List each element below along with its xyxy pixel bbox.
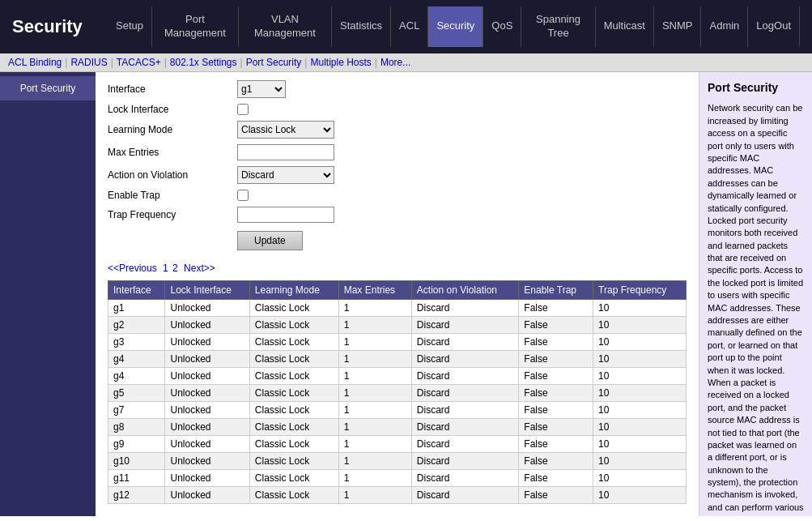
table-cell-5: False [519, 350, 593, 367]
sub-nav-sep: | [304, 57, 307, 68]
table-body: g1UnlockedClassic Lock1DiscardFalse10g2U… [108, 299, 687, 503]
table-cell-0: g12 [108, 486, 165, 503]
table-cell-2: Classic Lock [249, 486, 338, 503]
table-cell-3: 1 [338, 452, 411, 469]
table-cell-4: Discard [411, 367, 518, 384]
enable-trap-label: Enable Trap [108, 190, 237, 201]
table-cell-5: False [519, 486, 593, 503]
main-content: Interface g1 Lock Interface Learning Mod… [96, 72, 699, 516]
nav-item-multicast[interactable]: Multicast [596, 6, 654, 47]
table-cell-6: 10 [593, 367, 687, 384]
table-cell-5: False [519, 384, 593, 401]
table-cell-0: g9 [108, 435, 165, 452]
max-entries-input[interactable]: 1 [237, 144, 334, 160]
action-label: Action on Violation [108, 169, 237, 181]
table-cell-1: Unlocked [165, 469, 249, 486]
table-row: g11UnlockedClassic Lock1DiscardFalse10 [108, 469, 687, 486]
lock-interface-label: Lock Interface [108, 104, 237, 115]
table-row: g8UnlockedClassic Lock1DiscardFalse10 [108, 418, 687, 435]
table-cell-0: g4 [108, 350, 165, 367]
table-cell-4: Discard [411, 418, 518, 435]
nav-item-port-management[interactable]: Port Management [152, 6, 239, 47]
sub-nav-item-4[interactable]: Port Security [246, 57, 302, 68]
learning-mode-select[interactable]: Classic Lock [237, 121, 334, 139]
sub-nav-sep: | [375, 57, 377, 68]
table-cell-5: False [519, 333, 593, 350]
nav-item-snmp[interactable]: SNMP [654, 6, 702, 47]
sidebar: Port Security [0, 72, 96, 516]
table-cell-6: 10 [593, 452, 687, 469]
port-security-table: InterfaceLock InterfaceLearning ModeMax … [108, 280, 687, 504]
nav-item-spanning-tree[interactable]: Spanning Tree [521, 6, 595, 47]
sub-nav-item-1[interactable]: RADIUS [70, 57, 107, 68]
prev-page-link[interactable]: <<Previous [108, 263, 157, 274]
table-cell-2: Classic Lock [249, 469, 338, 486]
enable-trap-checkbox[interactable] [237, 190, 249, 201]
nav-item-setup[interactable]: Setup [108, 6, 152, 47]
table-cell-2: Classic Lock [249, 401, 338, 418]
trap-freq-input[interactable]: 10 [237, 207, 334, 223]
table-row: g5UnlockedClassic Lock1DiscardFalse10 [108, 384, 687, 401]
table-cell-2: Classic Lock [249, 418, 338, 435]
nav-item-logout[interactable]: LogOut [748, 6, 800, 47]
table-cell-1: Unlocked [165, 316, 249, 333]
table-cell-1: Unlocked [165, 299, 249, 316]
table-cell-1: Unlocked [165, 367, 249, 384]
table-cell-6: 10 [593, 401, 687, 418]
interface-select[interactable]: g1 [237, 80, 286, 98]
table-cell-2: Classic Lock [249, 333, 338, 350]
action-select[interactable]: Discard [237, 166, 334, 184]
form-row-learning: Learning Mode Classic Lock [108, 121, 687, 139]
nav-item-security[interactable]: Security [428, 6, 483, 47]
sidebar-item-port-security[interactable]: Port Security [0, 76, 96, 100]
sub-nav-sep: | [164, 57, 167, 68]
sub-nav-item-3[interactable]: 802.1x Settings [170, 57, 237, 68]
sub-nav-item-0[interactable]: ACL Binding [8, 57, 62, 68]
table-cell-6: 10 [593, 469, 687, 486]
table-cell-6: 10 [593, 316, 687, 333]
table-cell-2: Classic Lock [249, 316, 338, 333]
table-cell-5: False [519, 299, 593, 316]
sub-nav-item-5[interactable]: Multiple Hosts [310, 57, 371, 68]
table-header-action-on-violation: Action on Violation [411, 280, 518, 299]
table-header-enable-trap: Enable Trap [519, 280, 593, 299]
main-layout: Port Security Interface g1 Lock Interfac… [0, 72, 812, 516]
page-2-link[interactable]: 2 [172, 263, 178, 274]
table-cell-0: g1 [108, 299, 165, 316]
nav-item-admin[interactable]: Admin [701, 6, 748, 47]
table-row: g3UnlockedClassic Lock1DiscardFalse10 [108, 333, 687, 350]
table-cell-3: 1 [338, 367, 411, 384]
page-1-link[interactable]: 1 [163, 263, 168, 274]
table-cell-2: Classic Lock [249, 452, 338, 469]
table-cell-5: False [519, 401, 593, 418]
table-cell-4: Discard [411, 469, 518, 486]
table-cell-3: 1 [338, 435, 411, 452]
header-title: Security [12, 16, 108, 37]
lock-interface-checkbox[interactable] [237, 104, 249, 115]
update-button[interactable]: Update [237, 231, 303, 250]
nav-item-vlan-management[interactable]: VLAN Management [239, 6, 332, 47]
table-row: g10UnlockedClassic Lock1DiscardFalse10 [108, 452, 687, 469]
table-cell-1: Unlocked [165, 384, 249, 401]
sub-nav-item-2[interactable]: TACACS+ [117, 57, 161, 68]
trap-freq-label: Trap Frequency [108, 209, 237, 220]
table-cell-6: 10 [593, 350, 687, 367]
table-header-lock-interface: Lock Interface [165, 280, 249, 299]
table-cell-0: g7 [108, 401, 165, 418]
table-cell-0: g10 [108, 452, 165, 469]
sub-nav-sep: | [65, 57, 67, 68]
table-cell-0: g11 [108, 469, 165, 486]
table-cell-3: 1 [338, 350, 411, 367]
table-cell-6: 10 [593, 486, 687, 503]
table-cell-3: 1 [338, 418, 411, 435]
nav-item-acl[interactable]: ACL [391, 6, 428, 47]
main-nav: SetupPort ManagementVLAN ManagementStati… [108, 6, 800, 47]
nav-item-qos[interactable]: QoS [483, 6, 521, 47]
table-header-learning-mode: Learning Mode [249, 280, 338, 299]
table-cell-1: Unlocked [165, 418, 249, 435]
form-row-lock: Lock Interface [108, 104, 687, 115]
table-cell-4: Discard [411, 299, 518, 316]
nav-item-statistics[interactable]: Statistics [332, 6, 391, 47]
next-page-link[interactable]: Next>> [184, 263, 215, 274]
sub-nav-item-6[interactable]: More... [380, 57, 410, 68]
